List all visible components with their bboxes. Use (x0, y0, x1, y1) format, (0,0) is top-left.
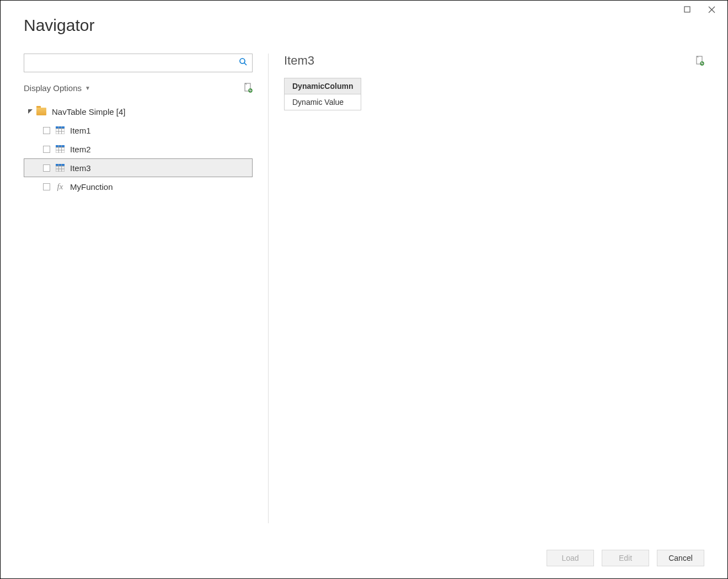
maximize-icon (684, 6, 690, 13)
preview-header: Item3 (284, 54, 704, 68)
preview-title: Item3 (284, 54, 314, 68)
preview-pane: Item3 DynamicColumn Dynamic Value (269, 54, 704, 523)
table-row[interactable]: Dynamic Value (285, 94, 361, 110)
tree-item-item1[interactable]: Item1 (24, 121, 253, 140)
tree-item-myfunction[interactable]: fx MyFunction (24, 177, 253, 196)
preview-refresh-button[interactable] (695, 56, 704, 66)
close-button[interactable] (703, 1, 720, 18)
window-controls (679, 1, 727, 18)
table-header-cell[interactable]: DynamicColumn (285, 78, 361, 94)
table-icon (56, 126, 65, 134)
checkbox[interactable] (43, 183, 50, 190)
folder-icon (36, 108, 46, 115)
chevron-down-icon: ▼ (85, 85, 90, 91)
refresh-button[interactable] (244, 83, 253, 93)
close-icon (708, 6, 715, 13)
refresh-icon (695, 56, 704, 66)
tree-root-item[interactable]: NavTable Simple [4] (24, 102, 253, 121)
dialog-title: Navigator (24, 16, 94, 35)
content-area: Display Options ▼ NavTable (24, 54, 704, 523)
tree-item-item3[interactable]: Item3 (24, 158, 253, 177)
cancel-button[interactable]: Cancel (657, 550, 704, 566)
search-icon[interactable] (239, 57, 248, 68)
checkbox[interactable] (43, 164, 50, 172)
search-input[interactable] (24, 54, 252, 72)
svg-marker-8 (28, 109, 33, 114)
table-cell: Dynamic Value (285, 94, 361, 110)
svg-rect-24 (697, 56, 702, 64)
tree-item-label: Item1 (70, 126, 91, 135)
svg-point-3 (240, 59, 245, 63)
edit-button[interactable]: Edit (602, 550, 649, 566)
table-icon (56, 145, 65, 153)
svg-line-4 (244, 63, 247, 65)
tree-item-label: Item3 (70, 163, 91, 173)
svg-rect-5 (245, 83, 250, 91)
svg-rect-14 (56, 145, 65, 147)
options-row: Display Options ▼ (24, 79, 253, 97)
checkbox[interactable] (43, 146, 50, 153)
table-icon (56, 164, 65, 172)
refresh-icon (244, 83, 253, 93)
display-options-dropdown[interactable]: Display Options ▼ (24, 83, 90, 93)
function-icon: fx (56, 182, 65, 192)
checkbox[interactable] (43, 127, 50, 134)
tree-view: NavTable Simple [4] Item1 Item2 (24, 102, 253, 196)
tree-item-label: Item2 (70, 145, 91, 154)
svg-rect-9 (56, 126, 65, 129)
svg-rect-0 (684, 7, 690, 12)
preview-table: DynamicColumn Dynamic Value (284, 78, 361, 110)
tree-item-item2[interactable]: Item2 (24, 140, 253, 158)
load-button[interactable]: Load (547, 550, 594, 566)
display-options-label: Display Options (24, 83, 82, 93)
navigator-pane: Display Options ▼ NavTable (24, 54, 269, 523)
search-box[interactable] (24, 54, 253, 72)
tree-root-label: NavTable Simple [4] (52, 107, 125, 116)
svg-rect-19 (56, 164, 65, 166)
table-header-row: DynamicColumn (285, 78, 361, 94)
expander-icon[interactable] (28, 109, 33, 114)
dialog-footer: Load Edit Cancel (547, 550, 704, 566)
tree-item-label: MyFunction (70, 182, 113, 192)
maximize-button[interactable] (679, 1, 695, 18)
